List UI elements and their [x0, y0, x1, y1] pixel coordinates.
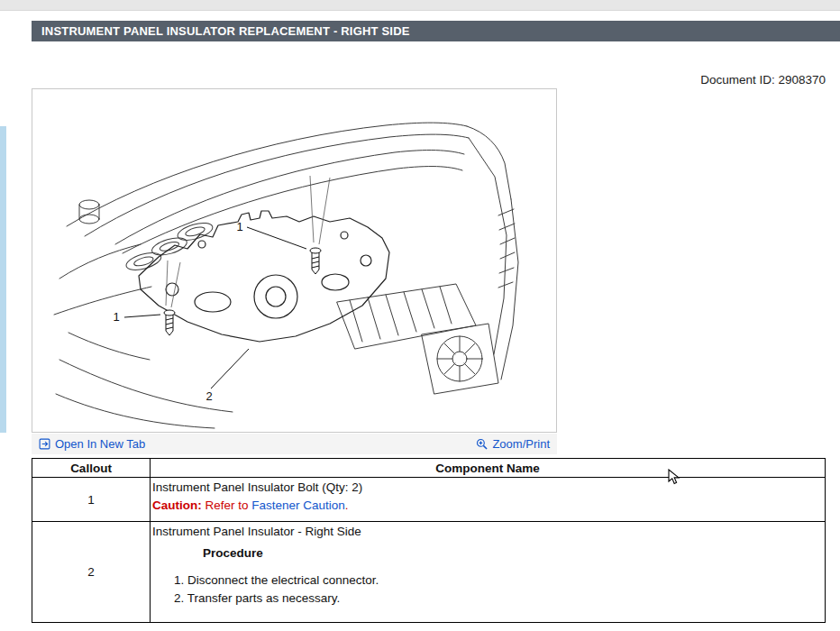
callout-column-header: Callout [32, 459, 151, 478]
component-name-text: Instrument Panel Insulator - Right Side [152, 523, 821, 541]
component-name-column-header: Component Name [151, 459, 826, 478]
caution-text: Refer to [202, 498, 252, 512]
open-in-new-tab-icon [39, 438, 50, 450]
zoom-magnifier-icon [476, 438, 488, 450]
open-in-new-tab-link[interactable]: Open In New Tab [39, 437, 145, 451]
caution-label: Caution: [152, 498, 202, 512]
procedure-step: 1. Disconnect the electrical connector. [174, 572, 821, 590]
procedure-step: 2. Transfer parts as necessary. [174, 590, 821, 608]
zoom-print-label: Zoom/Print [492, 437, 550, 451]
open-in-new-tab-label: Open In New Tab [55, 437, 145, 451]
component-name-text: Instrument Panel Insulator Bolt (Qty: 2) [152, 479, 821, 497]
callout-number: 2 [32, 522, 151, 623]
figure-link-bar: Open In New Tab Zoom/Print [32, 434, 557, 454]
technical-illustration: 1 1 2 [32, 88, 557, 433]
page-title: INSTRUMENT PANEL INSULATOR REPLACEMENT -… [32, 21, 840, 41]
component-table: Callout Component Name 1 Instrument Pane… [32, 458, 826, 623]
callout-label-1b: 1 [113, 310, 119, 324]
insulator-panel-outline [139, 211, 389, 342]
table-row: 2 Instrument Panel Insulator - Right Sid… [32, 522, 826, 623]
table-row: 1 Instrument Panel Insulator Bolt (Qty: … [32, 478, 826, 522]
table-header-row: Callout Component Name [32, 459, 826, 478]
insulator-diagram: 1 1 2 [32, 89, 556, 432]
procedure-heading: Procedure [203, 544, 821, 562]
zoom-print-link[interactable]: Zoom/Print [476, 437, 550, 451]
document-id: Document ID: 2908370 [700, 73, 826, 87]
callout-label-2: 2 [205, 389, 212, 403]
browser-top-strip [0, 0, 840, 11]
left-accent-strip [0, 126, 6, 433]
callout-number: 1 [32, 478, 151, 522]
figure-panel: 1 1 2 Open In New Tab [32, 88, 557, 454]
caution-suffix: . [345, 498, 349, 512]
callout-label-1a: 1 [236, 220, 242, 233]
fastener-caution-link[interactable]: Fastener Caution [251, 498, 345, 512]
caution-line: Caution: Refer to Fastener Caution. [152, 497, 821, 515]
